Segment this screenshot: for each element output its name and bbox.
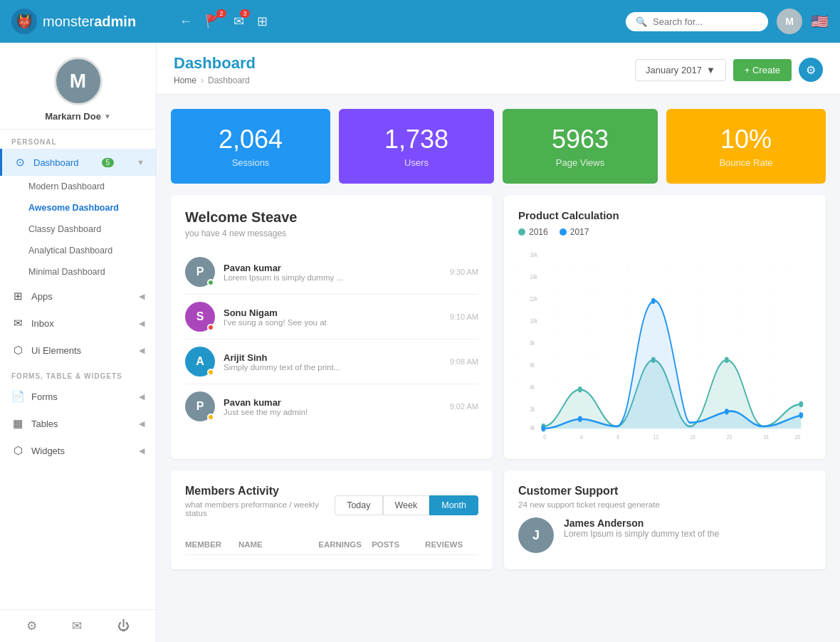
back-icon[interactable]: ← xyxy=(179,14,192,29)
brand-logo: 👹 monsteradmin xyxy=(11,9,168,34)
svg-text:0k: 0k xyxy=(530,424,535,431)
stats-row: 2,064 Sessions 1,738 Users 5963 Page Vie… xyxy=(157,95,840,195)
svg-text:16: 16 xyxy=(690,433,695,441)
bouncerate-value: 10% xyxy=(720,125,772,154)
message-content: Pavan kumar Lorem Ipsum is simply dummy … xyxy=(224,263,441,282)
chevron-down-icon: ▼ xyxy=(137,158,145,167)
svg-text:20: 20 xyxy=(794,433,800,441)
search-icon: 🔍 xyxy=(636,16,647,27)
user-avatar-top[interactable]: M xyxy=(777,9,802,34)
message-sender-name: Arijit Sinh xyxy=(224,352,441,363)
sidebar-item-minimal-dashboard[interactable]: Minimal Dashboard xyxy=(0,261,156,283)
message-text: Lorem Ipsum is simply dummy ... xyxy=(224,273,366,282)
forms-icon: 📄 xyxy=(11,390,24,403)
chart-dot xyxy=(725,357,729,363)
message-sender-name: Sonu Nigam xyxy=(224,307,441,318)
message-sender-name: Pavan kumar xyxy=(224,397,441,408)
line-chart: 16k 14k 12k 10k 8k 6k 4k 2k 0k 0 4 xyxy=(518,246,812,445)
caret-icon: ▼ xyxy=(104,112,111,120)
avatar: S xyxy=(185,302,215,332)
message-time: 9:30 AM xyxy=(450,268,478,276)
agent-text: Lorem Ipsum is simply dummy text of the xyxy=(564,529,719,539)
users-label: Users xyxy=(404,157,429,168)
chart-dot xyxy=(578,416,582,422)
svg-text:20: 20 xyxy=(727,433,733,441)
ui-icon: ⬡ xyxy=(11,344,24,357)
settings-icon[interactable]: ⚙ xyxy=(26,619,37,633)
sidebar-item-ui-elements[interactable]: ⬡ Ui Elements ◀ xyxy=(0,337,156,364)
power-icon[interactable]: ⏻ xyxy=(117,619,130,633)
tab-week[interactable]: Week xyxy=(383,495,430,515)
chart-dot xyxy=(799,412,803,418)
members-title: Members Activity xyxy=(185,485,335,498)
members-subtitle: what members preformance / weekly status xyxy=(185,500,335,517)
flag-us-icon: 🇺🇸 xyxy=(811,13,829,30)
sidebar-item-inbox[interactable]: ✉ Inbox ◀ xyxy=(0,310,156,337)
sidebar-footer: ⚙ ✉ ⏻ xyxy=(0,609,156,642)
sidebar-item-awesome-dashboard[interactable]: Awesome Dashboard xyxy=(0,197,156,219)
apps-icon: ⊞ xyxy=(11,290,24,302)
message-time: 9:08 AM xyxy=(450,357,478,366)
brand-icon: 👹 xyxy=(11,9,37,34)
tables-label: Tables xyxy=(31,419,58,429)
bouncerate-label: Bounce Rate xyxy=(719,157,772,168)
sidebar-user: M Markarn Doe ▼ xyxy=(0,43,156,130)
customer-support-title: Customer Support xyxy=(518,485,812,498)
search-box[interactable]: 🔍 xyxy=(626,12,768,31)
sidebar-item-widgets[interactable]: ⬡ Widgets ◀ xyxy=(0,437,156,464)
grid-icon[interactable]: ⊞ xyxy=(257,14,268,29)
top-navigation: 👹 monsteradmin ← 🚩 2 ✉ 3 ⊞ 🔍 M 🇺🇸 xyxy=(0,0,840,43)
tab-month[interactable]: Month xyxy=(429,495,478,515)
page-title: Dashboard xyxy=(174,54,256,73)
customer-support-panel: Customer Support 24 new support ticket r… xyxy=(504,470,826,569)
avatar: A xyxy=(185,347,215,377)
message-sender-name: Pavan kumar xyxy=(224,263,441,273)
svg-text:4: 4 xyxy=(580,433,583,441)
bottom-panels: Members Activity what members preformanc… xyxy=(157,470,840,581)
sidebar-item-tables[interactable]: ▦ Tables ◀ xyxy=(0,410,156,437)
chart-dot xyxy=(541,426,545,431)
list-item: A Arijit Sinh Simply dummy text of the p… xyxy=(185,340,478,384)
tab-today[interactable]: Today xyxy=(335,495,382,515)
legend-2017: 2017 xyxy=(560,227,589,237)
sessions-label: Sessions xyxy=(232,157,270,168)
nav-icons: ← 🚩 2 ✉ 3 ⊞ xyxy=(168,14,626,29)
breadcrumb-current: Dashboard xyxy=(208,75,250,85)
date-picker-button[interactable]: January 2017 ▼ xyxy=(635,59,726,81)
search-input[interactable] xyxy=(653,16,758,27)
create-button[interactable]: + Create xyxy=(733,59,792,81)
sidebar-item-forms[interactable]: 📄 Forms ◀ xyxy=(0,383,156,410)
status-dot xyxy=(207,279,214,286)
svg-text:12: 12 xyxy=(653,433,659,441)
flag-icon[interactable]: 🚩 2 xyxy=(205,14,221,29)
sidebar-item-classy-dashboard[interactable]: Classy Dashboard xyxy=(0,219,156,240)
settings-button[interactable]: ⚙ xyxy=(799,58,823,82)
dashboard-label: Dashboard xyxy=(33,157,79,168)
chevron-right-icon-5: ◀ xyxy=(139,419,145,428)
sidebar-item-apps[interactable]: ⊞ Apps ◀ xyxy=(0,283,156,310)
middle-panels: Welcome Steave you have 4 new messages P… xyxy=(157,195,840,470)
message-content: Pavan kumar Just see the my admin! xyxy=(224,397,441,416)
message-time: 9:10 AM xyxy=(450,312,478,321)
chevron-right-icon-6: ◀ xyxy=(139,446,145,456)
avatar: M xyxy=(54,57,103,105)
svg-text:16: 16 xyxy=(763,433,769,441)
message-icon[interactable]: ✉ xyxy=(72,619,82,633)
breadcrumb-home[interactable]: Home xyxy=(174,75,196,85)
chart-dot xyxy=(651,298,656,304)
stat-card-sessions: 2,064 Sessions xyxy=(171,109,330,184)
sidebar-section-forms: FORMS, TABLE & WIDGETS xyxy=(0,364,156,383)
sidebar: M Markarn Doe ▼ PERSONAL ⊙ Dashboard 5 ▼… xyxy=(0,43,157,642)
svg-text:8k: 8k xyxy=(530,340,535,347)
customer-support-subtitle: 24 new support ticket request generate xyxy=(518,500,812,509)
sidebar-item-modern-dashboard[interactable]: Modern Dashboard xyxy=(0,176,156,197)
chart-panel-body: Product Calculation 2016 2017 xyxy=(504,195,826,459)
avatar: P xyxy=(185,391,215,421)
sidebar-item-dashboard[interactable]: ⊙ Dashboard 5 ▼ xyxy=(0,149,156,176)
nav-right: 🔍 M 🇺🇸 xyxy=(626,9,829,34)
mail-icon[interactable]: ✉ 3 xyxy=(233,14,244,29)
sidebar-item-analytical-dashboard[interactable]: Analytical Dashboard xyxy=(0,240,156,261)
message-content: Arijit Sinh Simply dummy text of the pri… xyxy=(224,352,441,372)
members-activity-panel: Members Activity what members preformanc… xyxy=(171,470,493,569)
chart-dot xyxy=(725,409,729,414)
